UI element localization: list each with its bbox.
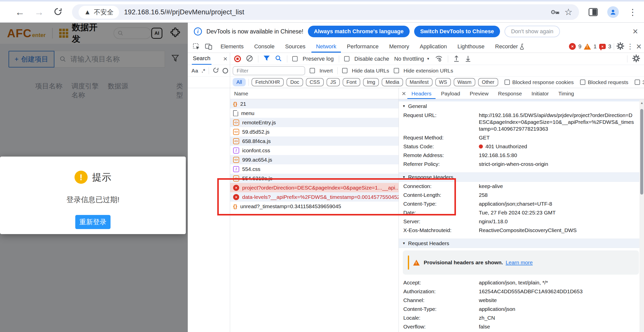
request-row[interactable]: / iconfont.css <box>230 146 399 155</box>
import-har-icon[interactable] <box>453 55 460 63</box>
side-panel-icon[interactable] <box>589 8 598 16</box>
tab-response[interactable]: Response <box>494 88 526 99</box>
scrollbar-thumb[interactable] <box>640 109 643 195</box>
record-network-log-icon[interactable] <box>234 55 241 62</box>
security-chip[interactable]: ▲ 不安全 <box>79 6 119 19</box>
devtools-settings-icon[interactable] <box>617 42 624 51</box>
clear-search-icon[interactable] <box>223 68 228 73</box>
hide-data-urls-label[interactable]: Hide data URLs <box>352 68 389 74</box>
chip-doc[interactable]: Doc <box>287 78 303 86</box>
request-row-error[interactable]: × data-levels?__apiPrefix=%2FDWS&_timest… <box>230 192 399 202</box>
tab-headers[interactable]: Headers <box>407 88 435 99</box>
tab-memory[interactable]: Memory <box>385 40 414 53</box>
chip-fetch-xhr[interactable]: Fetch/XHR <box>252 78 284 86</box>
tab-initiator[interactable]: Initiator <box>527 88 553 99</box>
learn-more-link[interactable]: Learn more <box>506 260 533 265</box>
third-party-checkbox[interactable] <box>635 80 640 85</box>
blocked-cookies-checkbox[interactable] <box>505 80 510 85</box>
profile-avatar[interactable] <box>607 6 619 18</box>
request-list-header[interactable]: Name <box>230 88 399 99</box>
issues-count[interactable]: 3 <box>608 43 611 50</box>
request-row[interactable]: <> 554.6318a.js <box>230 174 399 183</box>
errors-count[interactable]: 9 <box>578 43 581 50</box>
preserve-log-checkbox[interactable] <box>292 56 298 61</box>
tab-sources[interactable]: Sources <box>280 40 310 53</box>
chip-all[interactable]: All <box>233 78 246 86</box>
switch-chinese-button[interactable]: Switch DevTools to Chinese <box>414 26 500 37</box>
search-drawer-close-icon[interactable]: × <box>223 55 227 62</box>
chip-other[interactable]: Other <box>478 78 498 86</box>
chip-wasm[interactable]: Wasm <box>454 78 475 86</box>
relogin-button[interactable]: 重新登录 <box>75 215 111 229</box>
tab-lighthouse[interactable]: Lighthouse <box>453 40 489 53</box>
preserve-log-label[interactable]: Preserve log <box>303 56 334 62</box>
request-headers-section-header[interactable]: ▼ Request Headers <box>399 239 644 248</box>
scroll-up-arrow-icon[interactable]: ▲ <box>640 101 643 105</box>
chip-manifest[interactable]: Manifest <box>406 78 433 86</box>
chip-font[interactable]: Font <box>343 78 360 86</box>
warnings-badge-icon[interactable] <box>584 44 591 50</box>
errors-badge-icon[interactable]: × <box>569 43 576 50</box>
blocked-requests-label[interactable]: Blocked requests <box>588 79 628 85</box>
browser-menu-icon[interactable]: ⋮ <box>628 7 637 17</box>
match-language-button[interactable]: Always match Chrome's language <box>308 26 410 37</box>
issues-badge-icon[interactable]: × <box>599 44 606 49</box>
request-row[interactable]: <> remoteEntry.js <box>230 118 399 127</box>
filter-input[interactable] <box>233 66 305 75</box>
invert-checkbox[interactable] <box>310 68 315 73</box>
details-scrollbar[interactable]: ▲ <box>639 99 644 332</box>
general-section-header[interactable]: ▼ General <box>399 101 644 111</box>
disable-cache-label[interactable]: Disable cache <box>354 56 389 62</box>
request-row[interactable]: {} unread?_timestamp=0.3411584539659045 <box>230 202 399 211</box>
tab-recorder[interactable]: Recorder <box>491 40 529 53</box>
infobar-close-icon[interactable]: × <box>633 27 638 36</box>
network-settings-gear-icon[interactable] <box>632 55 640 63</box>
chip-img[interactable]: Img <box>363 78 379 86</box>
search-network-icon[interactable] <box>275 55 282 63</box>
request-row[interactable]: menu <box>230 108 399 118</box>
request-row[interactable]: <> 59.d5d52.js <box>230 127 399 136</box>
request-row[interactable]: <> 999.ac654.js <box>230 155 399 164</box>
devtools-close-icon[interactable]: × <box>636 42 641 51</box>
hide-extension-urls-checkbox[interactable] <box>394 68 399 73</box>
address-bar[interactable]: ▲ 不安全 192.168.16.5/#/prjDevMenu/project_… <box>72 4 579 20</box>
blocked-requests-checkbox[interactable] <box>580 80 585 85</box>
dont-show-again-button[interactable]: Don't show again <box>505 26 560 37</box>
devtools-menu-icon[interactable]: ⋮ <box>627 42 634 51</box>
password-key-icon[interactable] <box>551 9 559 15</box>
hide-extension-urls-label[interactable]: Hide extension URLs <box>404 68 453 74</box>
invert-label[interactable]: Invert <box>319 68 333 74</box>
chip-js[interactable]: JS <box>327 78 340 86</box>
chip-css[interactable]: CSS <box>306 78 324 86</box>
tab-elements[interactable]: Elements <box>216 40 248 53</box>
request-row[interactable]: / 554.css <box>230 164 399 174</box>
back-icon[interactable]: ← <box>15 7 25 17</box>
match-case-icon[interactable]: Aa <box>191 68 198 74</box>
chip-media[interactable]: Media <box>382 78 403 86</box>
chip-ws[interactable]: WS <box>435 78 451 86</box>
clear-network-log-icon[interactable] <box>246 55 253 63</box>
details-close-icon[interactable]: × <box>402 90 406 97</box>
tab-application[interactable]: Application <box>415 40 451 53</box>
request-row[interactable]: {} 21 <box>230 99 399 108</box>
throttling-dropdown[interactable]: No throttling ▼ <box>394 56 430 62</box>
export-har-icon[interactable] <box>465 55 471 63</box>
tab-preview[interactable]: Preview <box>466 88 493 99</box>
request-row-error-selected[interactable]: × project?orderDirection=DESC&pageIndex=… <box>230 183 399 192</box>
response-headers-section-header[interactable]: ▼ Response Headers <box>399 172 644 182</box>
device-toolbar-icon[interactable] <box>203 40 214 53</box>
tab-payload[interactable]: Payload <box>437 88 464 99</box>
tab-network[interactable]: Network <box>311 40 341 53</box>
third-party-label[interactable]: 3rd-party requests <box>642 79 644 85</box>
refresh-icon[interactable] <box>53 7 62 17</box>
hide-data-urls-checkbox[interactable] <box>342 68 347 73</box>
bookmark-star-icon[interactable]: ☆ <box>564 7 573 17</box>
warnings-count[interactable]: 1 <box>593 43 596 50</box>
tab-console[interactable]: Console <box>250 40 279 53</box>
tab-performance[interactable]: Performance <box>342 40 383 53</box>
blocked-cookies-label[interactable]: Blocked response cookies <box>512 79 574 85</box>
regex-icon[interactable]: .* <box>202 68 205 74</box>
disable-cache-checkbox[interactable] <box>344 56 349 61</box>
network-conditions-icon[interactable] <box>435 55 443 63</box>
tab-timing[interactable]: Timing <box>554 88 578 99</box>
